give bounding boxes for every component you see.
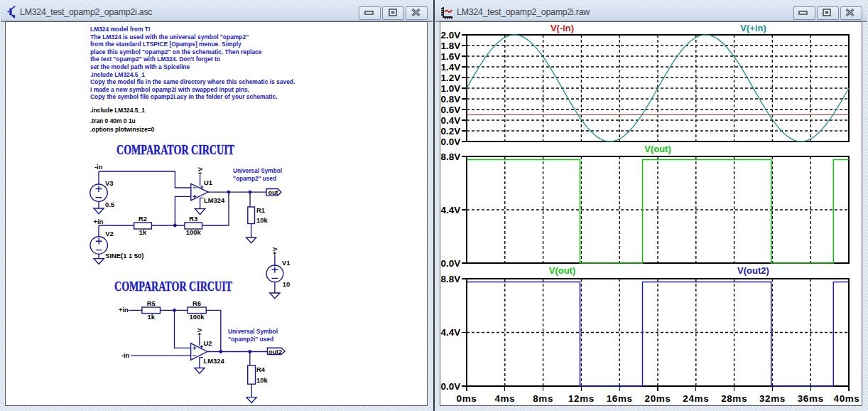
- svg-text:28ms: 28ms: [721, 393, 747, 404]
- svg-text:place this symbol "opamp2" on: place this symbol "opamp2" on the schema…: [90, 48, 262, 55]
- svg-text:the text "opamp2" with LM324.: the text "opamp2" with LM324. Don't forg…: [90, 55, 220, 63]
- svg-text:.options plotwinsize=0: .options plotwinsize=0: [90, 126, 154, 134]
- svg-text:set the model path with a Spic: set the model path with a Spiceline: [90, 63, 190, 71]
- svg-text:10k: 10k: [256, 216, 268, 224]
- svg-text:Copy the model fle in the same: Copy the model fle in the same directory…: [90, 78, 295, 86]
- svg-text:+V: +V: [271, 247, 278, 255]
- svg-text:0.0V: 0.0V: [441, 381, 461, 392]
- svg-text:24ms: 24ms: [683, 393, 709, 404]
- svg-text:4ms: 4ms: [494, 393, 515, 404]
- svg-text:8ms: 8ms: [533, 393, 553, 404]
- svg-text:1.0V: 1.0V: [441, 83, 461, 94]
- svg-text:out: out: [268, 189, 278, 196]
- svg-text:.tran 0 40m 0 1u: .tran 0 40m 0 1u: [90, 117, 136, 125]
- svg-text:1.8V: 1.8V: [441, 41, 461, 51]
- svg-text:0.5: 0.5: [105, 201, 114, 208]
- svg-text:V2: V2: [105, 230, 113, 237]
- svg-text:R6: R6: [192, 299, 201, 307]
- svg-text:8.8V: 8.8V: [441, 151, 461, 162]
- svg-text:U1: U1: [204, 178, 212, 186]
- svg-text:V(+in): V(+in): [740, 23, 766, 33]
- svg-text:COMPARATOR CIRCUIT: COMPARATOR CIRCUIT: [114, 279, 232, 294]
- svg-text:4.4V: 4.4V: [441, 205, 461, 215]
- svg-text:out2: out2: [268, 348, 282, 356]
- svg-text:V(out): V(out): [644, 144, 671, 154]
- svg-text:0ms: 0ms: [457, 393, 477, 404]
- svg-text:V1: V1: [282, 259, 290, 267]
- svg-text:0.2V: 0.2V: [441, 126, 461, 137]
- svg-text:Universal Symbol: Universal Symbol: [228, 327, 278, 335]
- svg-text:U2: U2: [204, 339, 212, 347]
- svg-text:8.8V: 8.8V: [441, 274, 461, 284]
- svg-text:"opamp2i" used: "opamp2i" used: [228, 335, 273, 343]
- svg-text:20ms: 20ms: [645, 393, 671, 404]
- svg-text:.include LM324.5_1: .include LM324.5_1: [90, 70, 145, 78]
- svg-text:10k: 10k: [256, 376, 268, 384]
- svg-text:R5: R5: [147, 299, 156, 307]
- svg-text:R4: R4: [256, 365, 266, 373]
- svg-text:LM324: LM324: [204, 196, 225, 204]
- svg-text:Universal Symbol: Universal Symbol: [233, 166, 282, 174]
- svg-text:36ms: 36ms: [798, 393, 824, 404]
- svg-text:+V: +V: [196, 328, 203, 336]
- svg-text:10: 10: [283, 280, 290, 288]
- svg-text:V3: V3: [105, 179, 113, 187]
- svg-text:16ms: 16ms: [607, 393, 633, 404]
- svg-text:+in: +in: [94, 218, 104, 225]
- svg-text:100k: 100k: [186, 228, 202, 236]
- svg-text:0.4V: 0.4V: [441, 115, 461, 126]
- svg-text:32ms: 32ms: [759, 393, 786, 404]
- svg-text:V(out2): V(out2): [737, 265, 769, 276]
- svg-text:100k: 100k: [190, 313, 205, 321]
- svg-text:R3: R3: [189, 215, 197, 223]
- svg-text:1.6V: 1.6V: [441, 51, 461, 62]
- svg-text:0.8V: 0.8V: [441, 94, 461, 105]
- svg-text:LM324 model from TI: LM324 model from TI: [90, 26, 150, 33]
- svg-text:+V: +V: [197, 167, 204, 175]
- svg-text:V(out): V(out): [549, 265, 576, 276]
- svg-text:4.4V: 4.4V: [441, 327, 461, 338]
- svg-text:V(-in): V(-in): [550, 23, 574, 33]
- svg-text:+in: +in: [119, 306, 129, 314]
- svg-text:LM324: LM324: [204, 357, 225, 365]
- svg-text:R1: R1: [256, 206, 265, 214]
- svg-text:1.4V: 1.4V: [441, 62, 461, 73]
- svg-text:1k: 1k: [139, 228, 147, 236]
- svg-text:-in: -in: [94, 163, 103, 171]
- svg-text:"opamp2" used: "opamp2" used: [233, 174, 276, 182]
- svg-text:1k: 1k: [147, 313, 155, 321]
- svg-text:2.0V: 2.0V: [441, 30, 461, 41]
- svg-text:I made a new symbol opamp2i wi: I made a new symbol opamp2i with swapped…: [90, 85, 249, 93]
- svg-text:0.0V: 0.0V: [441, 258, 461, 269]
- svg-text:40ms: 40ms: [834, 393, 860, 404]
- svg-text:.include LM324.5_1: .include LM324.5_1: [90, 107, 145, 114]
- svg-text:The LM324 is used with the uni: The LM324 is used with the universal sym…: [90, 33, 249, 41]
- svg-text:0.6V: 0.6V: [441, 105, 461, 115]
- svg-text:COMPARATOR CIRCUIT: COMPARATOR CIRCUIT: [116, 143, 234, 157]
- svg-text:12ms: 12ms: [568, 393, 595, 404]
- svg-text:from the standard LTSPICE [Opa: from the standard LTSPICE [Opamps] menue…: [90, 41, 242, 48]
- svg-text:R2: R2: [139, 215, 147, 223]
- svg-text:-in: -in: [121, 351, 130, 359]
- svg-text:0.0V: 0.0V: [441, 137, 461, 147]
- svg-text:1.2V: 1.2V: [441, 73, 461, 83]
- svg-text:Copy the symbol file opamp2i.a: Copy the symbol file opamp2i.asy in the …: [90, 93, 278, 101]
- svg-text:SINE(1 1 50): SINE(1 1 50): [105, 252, 143, 260]
